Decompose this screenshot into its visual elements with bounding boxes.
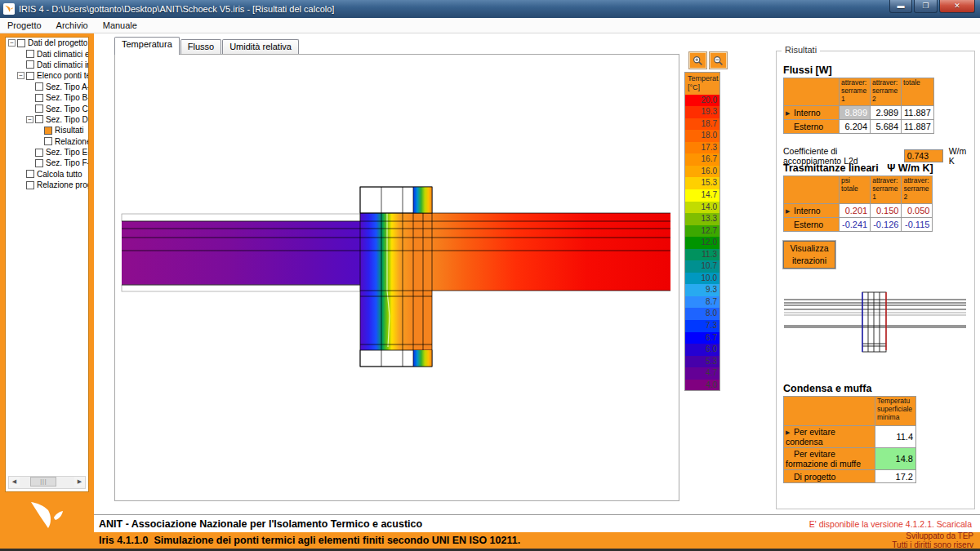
tree-item-label: Sez. Tipo D- [46,115,88,124]
menu-bar: ProgettoArchivioManuale [0,18,980,33]
value-cell: -0.241 [840,218,871,232]
update-notice-link[interactable]: E' disponibile la versione 4.1.2.1. Scar… [809,519,980,529]
table-row: Per evitare formazione di muffe14.8 [784,448,916,470]
menu-item-progetto[interactable]: Progetto [0,20,49,31]
tree-item-label: Relazione proge [37,180,88,189]
tree-checkbox[interactable] [35,94,43,102]
scroll-left-icon[interactable]: ◀ [9,477,20,487]
tree-item-risultati[interactable]: Risultati [6,125,88,136]
tree-checkbox[interactable] [26,181,34,189]
legend-entry: 14.7 [684,189,720,202]
tree-item-label: Risultati [55,126,84,135]
tree-item-sez-tipo-c-[interactable]: Sez. Tipo C- [6,103,88,113]
project-tree: −Dati del progettoDati climatici estDati… [5,37,89,492]
column-header [784,176,840,204]
flussi-table: attraver: serrame 1attraver: serrame 2to… [783,78,934,134]
flussi-title: Flussi [W] [783,64,832,76]
app-icon [3,3,15,15]
tree-checkbox[interactable] [35,149,43,157]
tree-item-elenco-ponti-ten[interactable]: −Elenco ponti ten [6,70,88,81]
application-window: IRIS 4 - D:\Users\gottanto\Desktop\ANIT\… [0,0,980,551]
legend-entry: 12.0 [684,237,720,249]
thermal-map [115,55,679,500]
tree-horizontal-scrollbar[interactable]: ◀ ||| ▶ [8,476,86,489]
legend-entry: 16.7 [684,153,720,166]
tree-item-label: Elenco ponti ten [37,71,88,80]
legend-entry: 4.7 [684,367,720,380]
tree-checkbox[interactable] [26,60,34,69]
row-marker-icon: ▶ [786,429,794,436]
visualizza-iterazioni-button[interactable]: Visualizza iterazioni [783,241,835,269]
developer-text: Sviluppato da TEP Tutti i diritti sono r… [892,531,980,549]
tree-checkbox[interactable] [26,170,34,178]
thermal-map-canvas [114,54,679,501]
legend-entry: 15.3 [684,177,720,189]
tree-checkbox[interactable] [35,104,43,113]
zoom-out-button[interactable] [709,51,728,69]
tree-checkbox[interactable] [44,137,52,145]
legend-entry: 10.0 [684,273,720,285]
tree-item-relazione-proge[interactable]: Relazione proge [6,180,88,190]
scroll-thumb[interactable]: ||| [30,477,56,487]
column-header: attraver: serrame 1 [840,78,871,106]
row-header: Esterno [784,218,840,232]
tree-item-dati-del-progetto[interactable]: −Dati del progetto [6,38,88,48]
tree-item-dati-climatici-est[interactable]: Dati climatici est [6,48,88,59]
value-cell: 0.150 [871,204,902,218]
tree-item-relazione[interactable]: Relazione [6,136,88,147]
tab-bar: TemperaturaFlussoUmidità relativa [114,38,300,55]
tab-flusso[interactable]: Flusso [180,39,221,55]
value-cell: 11.887 [902,106,934,120]
tree-expander-icon[interactable]: − [8,39,16,47]
tree-item-calcola-tutto[interactable]: Calcola tutto [6,169,88,180]
value-cell: 5.684 [871,120,902,134]
legend-entry: 20.0 [684,95,720,107]
row-header: Per evitare formazione di muffe [784,448,875,470]
value-cell: -0.115 [902,218,933,232]
tree-checkbox[interactable] [35,115,43,123]
close-button[interactable]: ✕ [939,0,975,13]
tree-item-sez-tipo-f-[interactable]: Sez. Tipo F- [6,158,88,168]
menu-item-manuale[interactable]: Manuale [96,20,145,31]
tree-item-label: Dati del progetto [28,38,87,47]
maximize-button[interactable]: ❐ [914,0,938,13]
column-header: attraver: serrame 2 [902,176,933,204]
tree-checkbox[interactable] [26,72,34,80]
tree-checkbox[interactable] [44,127,52,135]
tree-item-label: Dati climatici est [37,50,88,59]
legend-entry: 19.3 [684,106,720,118]
value-cell: 2.989 [871,106,902,120]
legend-entry: 7.3 [684,320,720,332]
legend-entry: 13.3 [684,213,720,225]
tree-checkbox[interactable] [35,159,43,167]
tree-item-sez-tipo-b-[interactable]: Sez. Tipo B- [6,92,88,103]
tree-item-label: Relazione [55,137,88,146]
menu-item-archivio[interactable]: Archivio [49,20,96,31]
table-row: Di progetto17.2 [784,470,916,483]
trasmittanze-table: psi totaleattraver: serrame 1attraver: s… [783,176,933,232]
legend-entry: 11.3 [684,249,720,261]
tree-item-sez-tipo-a-[interactable]: Sez. Tipo A- [6,82,88,92]
window-title: IRIS 4 - D:\Users\gottanto\Desktop\ANIT\… [19,4,334,14]
tab-temperatura[interactable]: Temperatura [114,37,180,55]
tree-checkbox[interactable] [17,39,25,47]
legend-entry: 5.3 [684,356,720,368]
tree-checkbox[interactable] [26,50,34,58]
column-header [784,78,840,106]
value-cell: 11.4 [875,426,916,448]
row-header: Esterno [784,120,840,134]
zoom-in-button[interactable] [688,51,707,69]
row-marker-icon: ▶ [786,208,794,215]
value-cell: -0.126 [871,218,902,232]
tree-item-sez-tipo-d-[interactable]: −Sez. Tipo D- [6,114,88,125]
minimize-button[interactable]: ▬ [889,0,912,13]
scroll-right-icon[interactable]: ▶ [74,477,85,487]
tree-item-sez-tipo-e-[interactable]: Sez. Tipo E- [6,147,88,158]
tree-item-dati-climatici-inte[interactable]: Dati climatici inte [6,60,88,70]
tab-umidità-relativa[interactable]: Umidità relativa [222,39,299,55]
tree-expander-icon[interactable]: − [26,116,33,123]
value-cell: 6.204 [840,120,871,134]
tree-checkbox[interactable] [35,82,43,91]
tree-expander-icon[interactable]: − [17,72,24,79]
tree-item-label: Sez. Tipo C- [46,104,88,113]
